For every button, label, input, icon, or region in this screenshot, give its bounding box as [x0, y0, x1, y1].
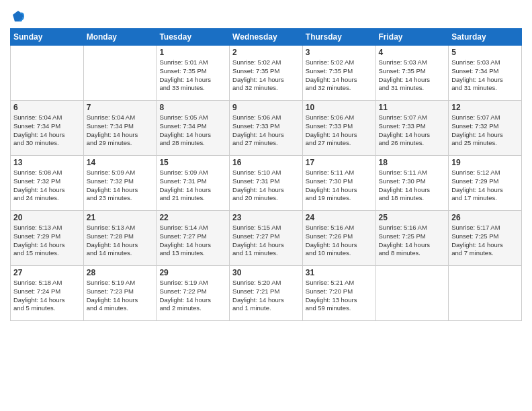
day-info: Sunrise: 5:03 AM Sunset: 7:35 PM Dayligh… [379, 58, 446, 93]
day-cell: 5Sunrise: 5:03 AM Sunset: 7:34 PM Daylig… [449, 46, 522, 101]
day-number: 27 [13, 268, 81, 277]
day-cell [83, 46, 157, 101]
day-cell: 3Sunrise: 5:02 AM Sunset: 7:35 PM Daylig… [302, 46, 375, 101]
day-info: Sunrise: 5:03 AM Sunset: 7:34 PM Dayligh… [451, 58, 519, 93]
day-number: 12 [451, 103, 519, 112]
day-cell: 31Sunrise: 5:21 AM Sunset: 7:20 PM Dayli… [302, 266, 375, 321]
day-info: Sunrise: 5:01 AM Sunset: 7:35 PM Dayligh… [159, 58, 226, 93]
day-cell: 11Sunrise: 5:07 AM Sunset: 7:33 PM Dayli… [375, 101, 449, 156]
day-number: 20 [13, 213, 81, 222]
day-number: 14 [87, 158, 154, 167]
day-info: Sunrise: 5:10 AM Sunset: 7:31 PM Dayligh… [232, 169, 300, 203]
day-number: 18 [379, 158, 446, 167]
day-number: 6 [13, 103, 81, 112]
day-info: Sunrise: 5:19 AM Sunset: 7:22 PM Dayligh… [159, 279, 226, 313]
day-cell [375, 266, 449, 321]
day-cell: 30Sunrise: 5:20 AM Sunset: 7:21 PM Dayli… [230, 266, 303, 321]
day-info: Sunrise: 5:11 AM Sunset: 7:30 PM Dayligh… [379, 169, 446, 203]
day-info: Sunrise: 5:16 AM Sunset: 7:25 PM Dayligh… [379, 224, 446, 258]
day-number: 1 [159, 48, 226, 57]
week-row-3: 13Sunrise: 5:08 AM Sunset: 7:32 PM Dayli… [11, 156, 522, 211]
week-row-5: 27Sunrise: 5:18 AM Sunset: 7:24 PM Dayli… [11, 266, 522, 321]
day-info: Sunrise: 5:18 AM Sunset: 7:24 PM Dayligh… [13, 279, 81, 313]
day-cell: 9Sunrise: 5:06 AM Sunset: 7:33 PM Daylig… [230, 101, 303, 156]
day-info: Sunrise: 5:21 AM Sunset: 7:20 PM Dayligh… [306, 279, 373, 313]
weekday-monday: Monday [83, 29, 157, 46]
day-cell: 22Sunrise: 5:14 AM Sunset: 7:27 PM Dayli… [157, 211, 230, 266]
day-cell: 26Sunrise: 5:17 AM Sunset: 7:25 PM Dayli… [449, 211, 522, 266]
day-number: 31 [306, 268, 373, 277]
day-number: 11 [379, 103, 446, 112]
day-number: 16 [232, 158, 300, 167]
day-info: Sunrise: 5:12 AM Sunset: 7:29 PM Dayligh… [451, 169, 519, 203]
day-info: Sunrise: 5:11 AM Sunset: 7:30 PM Dayligh… [306, 169, 373, 203]
day-number: 17 [306, 158, 373, 167]
day-cell: 4Sunrise: 5:03 AM Sunset: 7:35 PM Daylig… [375, 46, 449, 101]
weekday-sunday: Sunday [11, 29, 84, 46]
day-cell: 18Sunrise: 5:11 AM Sunset: 7:30 PM Dayli… [375, 156, 449, 211]
day-cell: 17Sunrise: 5:11 AM Sunset: 7:30 PM Dayli… [302, 156, 375, 211]
week-row-4: 20Sunrise: 5:13 AM Sunset: 7:29 PM Dayli… [11, 211, 522, 266]
day-info: Sunrise: 5:06 AM Sunset: 7:33 PM Dayligh… [306, 113, 373, 148]
day-cell: 15Sunrise: 5:09 AM Sunset: 7:31 PM Dayli… [157, 156, 230, 211]
day-cell: 14Sunrise: 5:09 AM Sunset: 7:32 PM Dayli… [83, 156, 157, 211]
week-row-2: 6Sunrise: 5:04 AM Sunset: 7:34 PM Daylig… [11, 101, 522, 156]
day-cell: 1Sunrise: 5:01 AM Sunset: 7:35 PM Daylig… [157, 46, 230, 101]
day-cell: 19Sunrise: 5:12 AM Sunset: 7:29 PM Dayli… [449, 156, 522, 211]
logo [10, 9, 25, 23]
day-number: 28 [87, 268, 154, 277]
day-number: 8 [159, 103, 226, 112]
day-cell [11, 46, 84, 101]
weekday-saturday: Saturday [449, 29, 522, 46]
day-info: Sunrise: 5:02 AM Sunset: 7:35 PM Dayligh… [306, 58, 373, 93]
day-cell: 2Sunrise: 5:02 AM Sunset: 7:35 PM Daylig… [230, 46, 303, 101]
day-number: 26 [451, 213, 519, 222]
weekday-header-row: SundayMondayTuesdayWednesdayThursdayFrid… [11, 29, 522, 46]
day-number: 7 [87, 103, 154, 112]
day-info: Sunrise: 5:04 AM Sunset: 7:34 PM Dayligh… [87, 113, 154, 148]
weekday-friday: Friday [375, 29, 449, 46]
day-number: 10 [306, 103, 373, 112]
day-cell: 7Sunrise: 5:04 AM Sunset: 7:34 PM Daylig… [83, 101, 157, 156]
day-info: Sunrise: 5:15 AM Sunset: 7:27 PM Dayligh… [232, 224, 300, 258]
day-number: 3 [306, 48, 373, 57]
weekday-wednesday: Wednesday [230, 29, 303, 46]
day-info: Sunrise: 5:16 AM Sunset: 7:26 PM Dayligh… [306, 224, 373, 258]
day-info: Sunrise: 5:05 AM Sunset: 7:34 PM Dayligh… [159, 113, 226, 148]
day-cell: 12Sunrise: 5:07 AM Sunset: 7:32 PM Dayli… [449, 101, 522, 156]
day-number: 13 [13, 158, 81, 167]
day-info: Sunrise: 5:02 AM Sunset: 7:35 PM Dayligh… [232, 58, 300, 93]
day-number: 23 [232, 213, 300, 222]
day-info: Sunrise: 5:17 AM Sunset: 7:25 PM Dayligh… [451, 224, 519, 258]
day-info: Sunrise: 5:07 AM Sunset: 7:32 PM Dayligh… [451, 113, 519, 148]
day-cell: 13Sunrise: 5:08 AM Sunset: 7:32 PM Dayli… [11, 156, 84, 211]
day-number: 19 [451, 158, 519, 167]
day-number: 5 [451, 48, 519, 57]
day-number: 25 [379, 213, 446, 222]
day-info: Sunrise: 5:09 AM Sunset: 7:31 PM Dayligh… [159, 169, 226, 203]
day-cell: 10Sunrise: 5:06 AM Sunset: 7:33 PM Dayli… [302, 101, 375, 156]
day-info: Sunrise: 5:07 AM Sunset: 7:33 PM Dayligh… [379, 113, 446, 148]
day-cell: 29Sunrise: 5:19 AM Sunset: 7:22 PM Dayli… [157, 266, 230, 321]
day-info: Sunrise: 5:19 AM Sunset: 7:23 PM Dayligh… [87, 279, 154, 313]
logo-icon [11, 9, 25, 23]
header [10, 7, 522, 23]
day-cell: 20Sunrise: 5:13 AM Sunset: 7:29 PM Dayli… [11, 211, 84, 266]
day-cell: 28Sunrise: 5:19 AM Sunset: 7:23 PM Dayli… [83, 266, 157, 321]
day-cell: 24Sunrise: 5:16 AM Sunset: 7:26 PM Dayli… [302, 211, 375, 266]
day-number: 4 [379, 48, 446, 57]
day-cell: 8Sunrise: 5:05 AM Sunset: 7:34 PM Daylig… [157, 101, 230, 156]
page: SundayMondayTuesdayWednesdayThursdayFrid… [0, 0, 532, 411]
day-number: 9 [232, 103, 300, 112]
day-cell: 23Sunrise: 5:15 AM Sunset: 7:27 PM Dayli… [230, 211, 303, 266]
weekday-tuesday: Tuesday [157, 29, 230, 46]
day-number: 24 [306, 213, 373, 222]
day-info: Sunrise: 5:14 AM Sunset: 7:27 PM Dayligh… [159, 224, 226, 258]
day-number: 2 [232, 48, 300, 57]
day-cell: 25Sunrise: 5:16 AM Sunset: 7:25 PM Dayli… [375, 211, 449, 266]
calendar: SundayMondayTuesdayWednesdayThursdayFrid… [10, 28, 522, 321]
day-info: Sunrise: 5:09 AM Sunset: 7:32 PM Dayligh… [87, 169, 154, 203]
day-cell [449, 266, 522, 321]
day-number: 29 [159, 268, 226, 277]
day-cell: 16Sunrise: 5:10 AM Sunset: 7:31 PM Dayli… [230, 156, 303, 211]
